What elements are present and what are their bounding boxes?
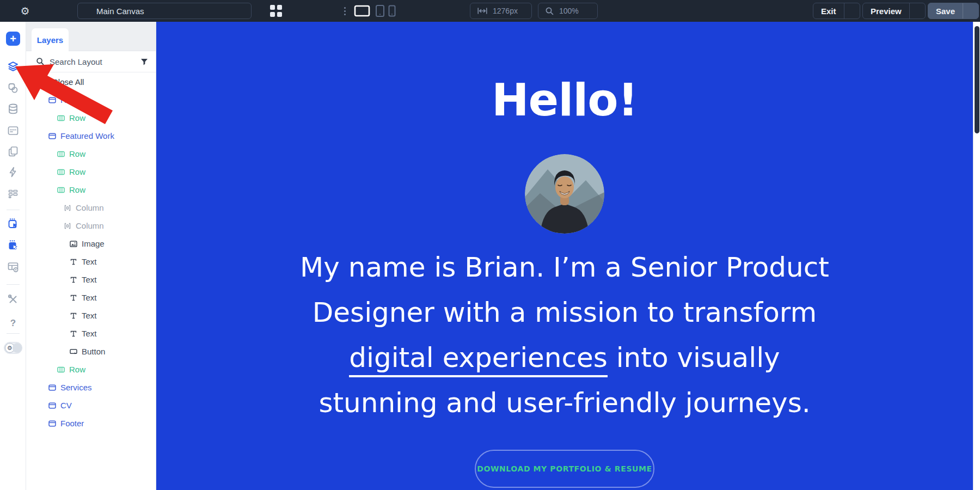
zoom-field[interactable]: 100% (538, 3, 598, 19)
layer-item-row[interactable]: Row (26, 109, 156, 127)
save-dropdown-button[interactable] (963, 3, 978, 19)
layer-item-row[interactable]: Row (26, 181, 156, 199)
exit-button[interactable]: Exit (813, 3, 844, 19)
text-layer-icon (69, 311, 78, 320)
design-canvas[interactable]: Hello! My name is Brian. I’m a Senior (156, 22, 973, 490)
image-layer-icon (69, 240, 78, 248)
preview-button[interactable]: Preview (863, 3, 909, 19)
section-layer-icon (48, 132, 57, 140)
select-section-button[interactable] (0, 217, 26, 230)
magnifier-icon (545, 7, 554, 16)
layer-item-cv[interactable]: CV (26, 396, 156, 414)
layer-item-row[interactable]: Row (26, 360, 156, 378)
preview-split-button: Preview (862, 3, 926, 19)
layer-item-row[interactable]: Row (26, 163, 156, 181)
device-tablet-button[interactable] (375, 3, 385, 19)
filter-funnel-icon[interactable] (140, 58, 148, 65)
rail-divider (7, 210, 20, 210)
tab-layers[interactable]: Layers (32, 28, 69, 51)
desktop-icon (354, 4, 370, 17)
device-desktop-button[interactable] (353, 3, 371, 19)
question-mark-icon: ? (10, 318, 16, 329)
layer-label: Row (69, 113, 85, 122)
mobile-icon (388, 5, 396, 17)
paragraph-line: digital experiences into visually (156, 335, 973, 381)
list-bars-icon (7, 187, 20, 200)
device-mobile-button[interactable] (388, 3, 396, 19)
layer-item-text[interactable]: Text (26, 289, 156, 307)
layers-icon (7, 60, 20, 73)
integrations-button[interactable] (0, 166, 26, 179)
form-card-icon (7, 124, 20, 137)
save-split-button: Save (928, 3, 979, 19)
exit-dropdown-button[interactable] (844, 3, 860, 19)
design-blocks-button[interactable] (0, 82, 26, 95)
settings-gear-icon[interactable]: ⚙ (16, 3, 34, 19)
text-layer-icon (69, 329, 78, 338)
site-settings-button[interactable] (0, 260, 26, 273)
table-gear-icon (7, 260, 20, 273)
layer-label: Row (69, 365, 85, 374)
cursor-box-filled-icon (7, 238, 20, 252)
layer-label: Button (82, 347, 105, 356)
mode-toggle[interactable]: ⚙ (4, 342, 22, 354)
layer-item-column[interactable]: Column (26, 199, 156, 217)
database-button[interactable] (0, 102, 26, 115)
layer-item-footer[interactable]: Footer (26, 414, 156, 432)
layer-item-button[interactable]: Button (26, 342, 156, 360)
layer-item-services[interactable]: Services (26, 378, 156, 396)
download-portfolio-button[interactable]: DOWNLOAD MY PORTFOLIO & RESUME (475, 450, 654, 488)
navigation-button[interactable] (0, 187, 26, 200)
layer-label: Row (69, 167, 85, 176)
shapes-icon (7, 82, 20, 95)
tools-icon (7, 293, 20, 306)
layers-tool-button[interactable] (0, 60, 26, 73)
intro-paragraph[interactable]: My name is Brian. I’m a Senior Product D… (156, 245, 973, 426)
layer-item-text[interactable]: Text (26, 307, 156, 324)
canvas-width-field[interactable]: 1276px (470, 3, 532, 19)
more-options-button[interactable] (342, 3, 347, 19)
toggle-off-dot (13, 343, 22, 353)
blocks-grid-button[interactable] (269, 3, 283, 19)
layer-item-text[interactable]: Text (26, 271, 156, 289)
layers-tree: Close All HeaderRowFeatured WorkRowRowRo… (26, 72, 156, 432)
pages-button[interactable] (0, 145, 26, 158)
layer-label: Header (60, 95, 87, 105)
add-element-button[interactable]: + (6, 32, 20, 46)
hero-heading[interactable]: Hello! (156, 74, 973, 126)
close-all-label: Close All (52, 77, 84, 87)
layer-item-text[interactable]: Text (26, 324, 156, 342)
button-layer-icon (69, 347, 78, 356)
row-layer-icon (57, 186, 65, 194)
digital-experiences-link[interactable]: digital experiences (349, 342, 607, 377)
cursor-box-icon (7, 217, 20, 230)
help-button[interactable]: ? (0, 318, 26, 329)
avatar[interactable] (525, 154, 604, 234)
layer-label: Text (82, 257, 97, 266)
page-scrollbar-track[interactable] (973, 22, 980, 490)
tools-button[interactable] (0, 293, 26, 306)
search-layout-input[interactable] (50, 57, 136, 66)
plus-icon: + (10, 33, 16, 45)
copy-pages-icon (7, 145, 20, 158)
canvas-selector-dropdown[interactable]: Main Canvas (77, 3, 252, 19)
text-layer-icon (69, 293, 78, 302)
save-button[interactable]: Save (928, 3, 963, 19)
layer-item-row[interactable]: Row (26, 145, 156, 163)
layer-item-header[interactable]: Header (26, 91, 156, 109)
layer-item-column[interactable]: Column (26, 217, 156, 235)
lightning-bolt-icon (7, 166, 20, 179)
preview-dropdown-button[interactable] (909, 3, 925, 19)
section-layer-icon (48, 419, 57, 428)
layer-item-featured-work[interactable]: Featured Work (26, 127, 156, 145)
paragraph-line: My name is Brian. I’m a Senior Product (156, 245, 973, 290)
layer-item-text[interactable]: Text (26, 253, 156, 271)
page-scrollbar-thumb[interactable] (975, 26, 979, 133)
width-arrows-icon (477, 7, 488, 15)
close-all-control[interactable]: Close All (26, 73, 156, 91)
select-element-button[interactable] (0, 238, 26, 252)
layer-item-image[interactable]: Image (26, 235, 156, 253)
forms-button[interactable] (0, 124, 26, 137)
layer-label: Text (82, 293, 97, 302)
layout-search-row (26, 51, 156, 72)
